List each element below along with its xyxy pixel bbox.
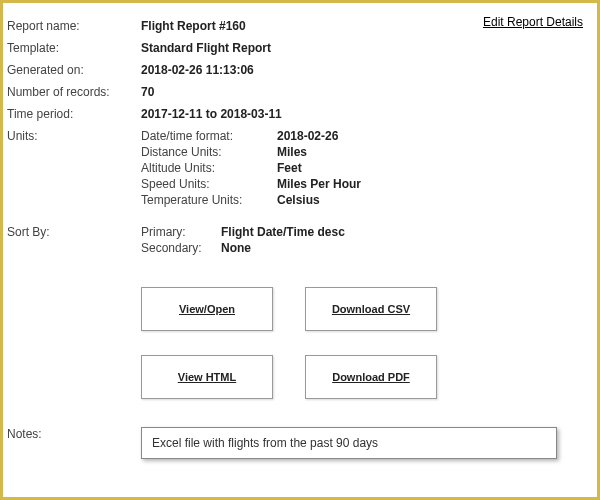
download-pdf-label: Download PDF [332, 371, 410, 383]
sort-row: Sort By: Primary: Flight Date/Time desc … [3, 221, 597, 259]
report-name-label: Report name: [3, 19, 141, 33]
buttons-area: View/Open Download CSV View HTML Downloa… [141, 287, 597, 399]
view-open-label: View/Open [179, 303, 235, 315]
template-value: Standard Flight Report [141, 41, 271, 55]
period-label: Time period: [3, 107, 141, 121]
records-label: Number of records: [3, 85, 141, 99]
generated-row: Generated on: 2018-02-26 11:13:06 [3, 59, 597, 81]
unit-altitude-value: Feet [277, 161, 302, 175]
download-csv-label: Download CSV [332, 303, 410, 315]
unit-temp-value: Celsius [277, 193, 320, 207]
unit-datetime-row: Date/time format: 2018-02-26 [141, 129, 361, 143]
report-panel: Report name: Flight Report #160 Edit Rep… [0, 0, 600, 500]
period-row: Time period: 2017-12-11 to 2018-03-11 [3, 103, 597, 125]
view-html-label: View HTML [178, 371, 236, 383]
sort-primary-value: Flight Date/Time desc [221, 225, 345, 239]
view-html-button[interactable]: View HTML [141, 355, 273, 399]
sort-secondary-value: None [221, 241, 251, 255]
period-value: 2017-12-11 to 2018-03-11 [141, 107, 282, 121]
generated-value: 2018-02-26 11:13:06 [141, 63, 254, 77]
unit-distance-label: Distance Units: [141, 145, 277, 159]
sort-secondary-row: Secondary: None [141, 241, 345, 255]
units-row: Units: Date/time format: 2018-02-26 Dist… [3, 125, 597, 211]
download-csv-button[interactable]: Download CSV [305, 287, 437, 331]
view-open-button[interactable]: View/Open [141, 287, 273, 331]
units-block: Date/time format: 2018-02-26 Distance Un… [141, 129, 361, 207]
records-row: Number of records: 70 [3, 81, 597, 103]
unit-speed-value: Miles Per Hour [277, 177, 361, 191]
sort-secondary-label: Secondary: [141, 241, 221, 255]
sort-label: Sort By: [3, 225, 141, 255]
unit-altitude-label: Altitude Units: [141, 161, 277, 175]
unit-distance-value: Miles [277, 145, 307, 159]
records-value: 70 [141, 85, 154, 99]
sort-block: Primary: Flight Date/Time desc Secondary… [141, 225, 345, 255]
unit-speed-row: Speed Units: Miles Per Hour [141, 177, 361, 191]
sort-primary-label: Primary: [141, 225, 221, 239]
button-row-2: View HTML Download PDF [141, 355, 597, 399]
template-row: Template: Standard Flight Report [3, 37, 597, 59]
generated-label: Generated on: [3, 63, 141, 77]
notes-box[interactable]: Excel file with flights from the past 90… [141, 427, 557, 459]
notes-row: Notes: Excel file with flights from the … [3, 427, 597, 459]
edit-report-details-link[interactable]: Edit Report Details [483, 15, 583, 29]
unit-temp-label: Temperature Units: [141, 193, 277, 207]
unit-datetime-value: 2018-02-26 [277, 129, 338, 143]
unit-temp-row: Temperature Units: Celsius [141, 193, 361, 207]
report-name-row: Report name: Flight Report #160 [3, 15, 246, 37]
header-row: Report name: Flight Report #160 Edit Rep… [3, 15, 597, 37]
report-name-value: Flight Report #160 [141, 19, 246, 33]
button-row-1: View/Open Download CSV [141, 287, 597, 331]
unit-datetime-label: Date/time format: [141, 129, 277, 143]
unit-altitude-row: Altitude Units: Feet [141, 161, 361, 175]
unit-speed-label: Speed Units: [141, 177, 277, 191]
notes-label: Notes: [3, 427, 141, 441]
unit-distance-row: Distance Units: Miles [141, 145, 361, 159]
download-pdf-button[interactable]: Download PDF [305, 355, 437, 399]
units-label: Units: [3, 129, 141, 207]
sort-primary-row: Primary: Flight Date/Time desc [141, 225, 345, 239]
template-label: Template: [3, 41, 141, 55]
